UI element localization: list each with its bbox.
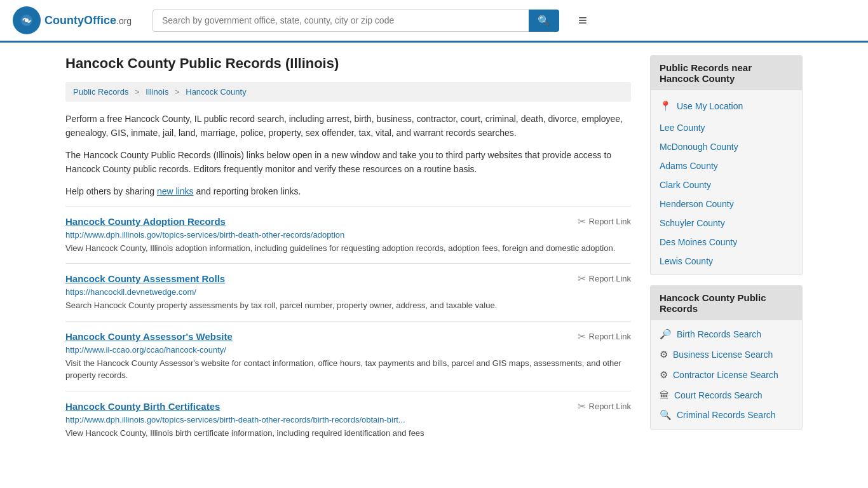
nearby-county-item[interactable]: Lee County bbox=[651, 118, 802, 137]
public-record-icon: 🔎 bbox=[660, 329, 672, 340]
report-link[interactable]: ✂ Report Link bbox=[578, 400, 631, 412]
record-desc: View Hancock County, Illinois birth cert… bbox=[65, 427, 631, 440]
nearby-county-link[interactable]: Clark County bbox=[660, 180, 711, 190]
public-record-link[interactable]: Contractor License Search bbox=[673, 370, 778, 380]
public-record-icon: ⚙ bbox=[660, 349, 668, 360]
nearby-county-item[interactable]: Des Moines County bbox=[651, 233, 802, 252]
breadcrumb: Public Records > Illinois > Hancock Coun… bbox=[65, 82, 631, 102]
nearby-county-link[interactable]: Henderson County bbox=[660, 199, 734, 209]
public-records-header: Hancock County Public Records bbox=[651, 286, 802, 320]
nearby-county-link[interactable]: Schuyler County bbox=[660, 218, 725, 228]
record-url[interactable]: http://www.dph.illinois.gov/topics-servi… bbox=[65, 230, 631, 240]
record-entry: Hancock County Birth Certificates ✂ Repo… bbox=[65, 391, 631, 449]
menu-icon[interactable]: ≡ bbox=[578, 11, 587, 29]
report-link-icon: ✂ bbox=[578, 273, 586, 285]
use-location-link[interactable]: Use My Location bbox=[677, 101, 743, 111]
nearby-county-item[interactable]: Lewis County bbox=[651, 252, 802, 271]
content-area: Hancock County Public Records (Illinois)… bbox=[65, 55, 631, 448]
record-entry: Hancock County Assessor's Website ✂ Repo… bbox=[65, 321, 631, 391]
page-title: Hancock County Public Records (Illinois) bbox=[65, 55, 631, 72]
public-record-link-item[interactable]: 🏛Court Records Search bbox=[651, 385, 802, 405]
nearby-county-item[interactable]: Clark County bbox=[651, 175, 802, 194]
public-record-link[interactable]: Criminal Records Search bbox=[677, 410, 776, 420]
site-header: CountyOffice.org 🔍 ≡ bbox=[0, 0, 868, 43]
record-desc: Search Hancock County property assessmen… bbox=[65, 299, 631, 312]
breadcrumb-hancock-county[interactable]: Hancock County bbox=[186, 87, 246, 97]
record-url[interactable]: http://www.dph.illinois.gov/topics-servi… bbox=[65, 415, 631, 424]
record-url[interactable]: http://www.il-ccao.org/ccao/hancock-coun… bbox=[65, 345, 631, 355]
record-title[interactable]: Hancock County Birth Certificates bbox=[65, 401, 220, 412]
report-link[interactable]: ✂ Report Link bbox=[578, 330, 631, 342]
report-link-icon: ✂ bbox=[578, 215, 586, 227]
record-header: Hancock County Assessor's Website ✂ Repo… bbox=[65, 330, 631, 342]
public-record-icon: 🔍 bbox=[660, 409, 672, 421]
svg-point-2 bbox=[25, 18, 29, 22]
public-records-list: 🔎Birth Records Search⚙Business License S… bbox=[651, 320, 802, 429]
public-record-link-item[interactable]: 🔎Birth Records Search bbox=[651, 324, 802, 344]
nearby-county-link[interactable]: Adams County bbox=[660, 161, 718, 171]
record-desc: View Hancock County, Illinois adoption i… bbox=[65, 242, 631, 255]
record-url[interactable]: https://hancockil.devnetwedge.com/ bbox=[65, 287, 631, 297]
record-title[interactable]: Hancock County Adoption Records bbox=[65, 216, 226, 227]
main-container: Hancock County Public Records (Illinois)… bbox=[53, 43, 815, 461]
description-1: Perform a free Hancock County, IL public… bbox=[65, 112, 631, 140]
public-record-link[interactable]: Business License Search bbox=[673, 349, 773, 360]
public-record-link-item[interactable]: ⚙Business License Search bbox=[651, 344, 802, 365]
record-header: Hancock County Birth Certificates ✂ Repo… bbox=[65, 400, 631, 412]
nearby-section: Public Records near Hancock County 📍 Use… bbox=[650, 55, 803, 275]
public-record-link-item[interactable]: ⚙Contractor License Search bbox=[651, 365, 802, 385]
public-record-link[interactable]: Birth Records Search bbox=[677, 329, 761, 339]
record-title[interactable]: Hancock County Assessor's Website bbox=[65, 331, 233, 342]
nearby-county-item[interactable]: Schuyler County bbox=[651, 214, 802, 233]
description-2: The Hancock County Public Records (Illin… bbox=[65, 148, 631, 177]
nearby-county-link[interactable]: McDonough County bbox=[660, 142, 738, 152]
report-link[interactable]: ✂ Report Link bbox=[578, 215, 631, 227]
nearby-county-item[interactable]: McDonough County bbox=[651, 137, 802, 156]
record-entry: Hancock County Assessment Rolls ✂ Report… bbox=[65, 263, 631, 321]
record-title[interactable]: Hancock County Assessment Rolls bbox=[65, 273, 225, 284]
nearby-header: Public Records near Hancock County bbox=[651, 56, 802, 90]
record-header: Hancock County Adoption Records ✂ Report… bbox=[65, 215, 631, 227]
new-links-link[interactable]: new links bbox=[157, 186, 194, 196]
description-3: Help others by sharing new links and rep… bbox=[65, 184, 631, 198]
record-list: Hancock County Adoption Records ✂ Report… bbox=[65, 206, 631, 449]
public-record-icon: ⚙ bbox=[660, 369, 668, 381]
public-record-link[interactable]: Court Records Search bbox=[674, 390, 763, 400]
nearby-counties-list: Lee CountyMcDonough CountyAdams CountyCl… bbox=[651, 118, 802, 271]
record-entry: Hancock County Adoption Records ✂ Report… bbox=[65, 206, 631, 264]
public-records-section: Hancock County Public Records 🔎Birth Rec… bbox=[650, 285, 803, 430]
search-bar: 🔍 bbox=[153, 10, 559, 32]
public-record-icon: 🏛 bbox=[660, 390, 669, 400]
location-icon: 📍 bbox=[660, 100, 672, 112]
logo-area: CountyOffice.org bbox=[13, 6, 140, 34]
search-input[interactable] bbox=[153, 10, 529, 32]
report-link-icon: ✂ bbox=[578, 330, 586, 342]
nearby-county-item[interactable]: Henderson County bbox=[651, 194, 802, 214]
logo-text: CountyOffice.org bbox=[44, 14, 132, 27]
nearby-county-link[interactable]: Lewis County bbox=[660, 256, 713, 266]
report-link[interactable]: ✂ Report Link bbox=[578, 273, 631, 285]
sidebar: Public Records near Hancock County 📍 Use… bbox=[650, 55, 803, 448]
report-link-icon: ✂ bbox=[578, 400, 586, 412]
nearby-county-item[interactable]: Adams County bbox=[651, 156, 802, 175]
nearby-county-link[interactable]: Lee County bbox=[660, 123, 705, 133]
nearby-county-link[interactable]: Des Moines County bbox=[660, 237, 737, 247]
breadcrumb-illinois[interactable]: Illinois bbox=[146, 87, 168, 97]
use-location-item[interactable]: 📍 Use My Location bbox=[651, 94, 802, 118]
record-desc: Visit the Hancock County Assessor's webs… bbox=[65, 357, 631, 382]
search-button[interactable]: 🔍 bbox=[529, 10, 559, 32]
breadcrumb-public-records[interactable]: Public Records bbox=[73, 87, 128, 97]
nearby-list: 📍 Use My Location Lee CountyMcDonough Co… bbox=[651, 90, 802, 274]
public-record-link-item[interactable]: 🔍Criminal Records Search bbox=[651, 405, 802, 425]
record-header: Hancock County Assessment Rolls ✂ Report… bbox=[65, 273, 631, 285]
logo-icon bbox=[13, 6, 41, 34]
